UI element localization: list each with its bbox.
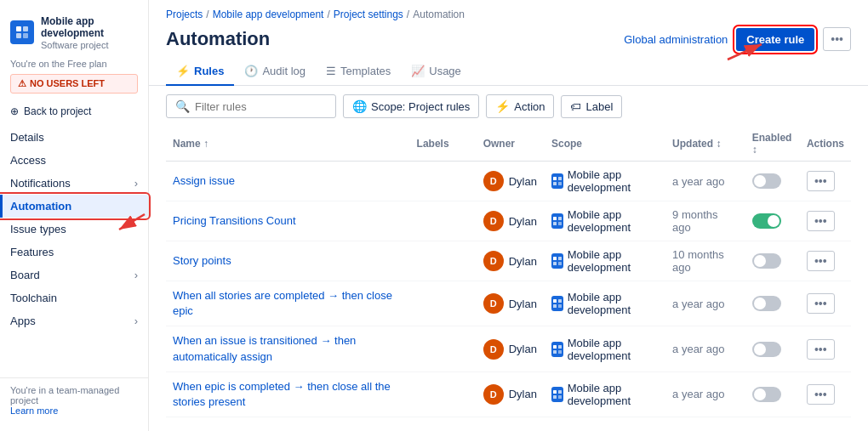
rule-scope: Mobile app development bbox=[545, 162, 665, 201]
avatar: D bbox=[483, 211, 504, 231]
svg-rect-17 bbox=[558, 299, 562, 303]
rule-link[interactable]: When epic is completed → then close all … bbox=[173, 380, 391, 408]
rule-labels bbox=[410, 201, 477, 241]
svg-rect-12 bbox=[553, 257, 557, 260]
rule-labels bbox=[410, 281, 477, 326]
rule-link[interactable]: Pricing Transitions Count bbox=[173, 214, 296, 227]
sidebar-item-automation[interactable]: Automation bbox=[0, 195, 148, 218]
rule-updated: 10 months ago bbox=[665, 241, 745, 281]
rule-owner: D Dylan bbox=[477, 241, 545, 281]
avatar: D bbox=[483, 339, 504, 360]
rule-actions: ••• bbox=[800, 371, 851, 417]
back-to-project[interactable]: ⊕ Back to project bbox=[0, 100, 148, 122]
tab-usage[interactable]: 📈 Usage bbox=[401, 58, 471, 86]
breadcrumb-project[interactable]: Mobile app development bbox=[213, 9, 324, 20]
rule-scope: Mobile app development bbox=[545, 201, 665, 241]
action-button[interactable]: ⚡ Action bbox=[486, 94, 554, 118]
app-icon bbox=[10, 20, 34, 44]
table-row: Story points D Dylan Mobile app developm… bbox=[166, 241, 851, 281]
svg-rect-22 bbox=[553, 350, 557, 354]
row-more-button[interactable]: ••• bbox=[807, 251, 835, 271]
tab-audit-log[interactable]: 🕐 Audit log bbox=[234, 58, 316, 86]
svg-rect-13 bbox=[558, 257, 562, 260]
tab-rules[interactable]: ⚡ Rules bbox=[166, 58, 234, 86]
sidebar-item-label: Notifications bbox=[10, 177, 71, 190]
rule-scope: Mobile app development bbox=[545, 371, 665, 417]
sidebar-item-toolchain[interactable]: Toolchain bbox=[0, 286, 148, 309]
rule-labels bbox=[410, 371, 477, 417]
enable-toggle[interactable] bbox=[752, 296, 781, 311]
rule-labels bbox=[410, 326, 477, 371]
filter-input-wrap[interactable]: 🔍 bbox=[166, 94, 336, 118]
rule-actions: ••• bbox=[800, 281, 851, 326]
col-header-name[interactable]: Name ↑ bbox=[166, 127, 410, 162]
row-more-button[interactable]: ••• bbox=[807, 339, 835, 360]
svg-rect-14 bbox=[553, 262, 557, 265]
rule-updated: a year ago bbox=[665, 281, 745, 326]
learn-more-link[interactable]: Learn more bbox=[10, 405, 58, 416]
page-header: Automation Global administration Create … bbox=[149, 24, 868, 58]
breadcrumb-projects[interactable]: Projects bbox=[166, 9, 203, 20]
rule-enabled bbox=[745, 281, 800, 326]
row-more-button[interactable]: ••• bbox=[807, 171, 835, 191]
col-header-updated[interactable]: Updated ↕ bbox=[665, 127, 745, 162]
enable-toggle[interactable] bbox=[752, 387, 781, 402]
rule-enabled bbox=[745, 162, 800, 201]
sidebar-item-apps[interactable]: Apps › bbox=[0, 309, 148, 332]
expand-icon: › bbox=[134, 269, 138, 281]
sidebar-footer: You're in a team-managed project Learn m… bbox=[0, 377, 148, 422]
project-icon bbox=[551, 253, 563, 269]
enable-toggle[interactable] bbox=[752, 213, 781, 229]
table-row: Assign issue D Dylan Mobile app developm… bbox=[166, 162, 851, 201]
rule-actions: ••• bbox=[800, 201, 851, 241]
filter-rules-input[interactable] bbox=[195, 100, 327, 113]
svg-rect-21 bbox=[558, 345, 562, 349]
search-icon: 🔍 bbox=[175, 99, 190, 113]
audit-log-icon: 🕐 bbox=[244, 65, 258, 77]
more-options-button[interactable]: ••• bbox=[823, 27, 851, 51]
row-more-button[interactable]: ••• bbox=[807, 211, 835, 231]
sidebar-item-board[interactable]: Board › bbox=[0, 264, 148, 286]
no-users-badge[interactable]: ⚠ NO USERS LEFT bbox=[10, 74, 138, 94]
create-rule-button[interactable]: Create rule bbox=[736, 28, 814, 51]
avatar: D bbox=[483, 384, 504, 405]
sidebar-item-access[interactable]: Access bbox=[0, 149, 148, 172]
rule-link[interactable]: When all stories are completed → then cl… bbox=[173, 289, 392, 317]
label-button[interactable]: 🏷 Label bbox=[561, 95, 622, 118]
rule-enabled bbox=[745, 201, 800, 241]
rule-enabled bbox=[745, 371, 800, 417]
svg-rect-4 bbox=[553, 177, 557, 180]
project-icon bbox=[551, 342, 563, 357]
sidebar-header: Mobile app development Software project bbox=[0, 9, 148, 57]
breadcrumb-settings[interactable]: Project settings bbox=[334, 9, 403, 20]
sidebar-item-notifications[interactable]: Notifications › bbox=[0, 172, 148, 195]
svg-rect-3 bbox=[23, 33, 28, 38]
row-more-button[interactable]: ••• bbox=[807, 293, 835, 314]
svg-rect-7 bbox=[558, 182, 562, 185]
rule-actions: ••• bbox=[800, 326, 851, 371]
rule-link[interactable]: Story points bbox=[173, 254, 231, 267]
enable-toggle[interactable] bbox=[752, 253, 781, 269]
svg-rect-6 bbox=[553, 182, 557, 185]
globe-icon: 🌐 bbox=[352, 99, 367, 113]
rule-updated: a year ago bbox=[665, 162, 745, 201]
rule-scope: Mobile app development bbox=[545, 326, 665, 371]
scope-button[interactable]: 🌐 Scope: Project rules bbox=[343, 94, 479, 118]
enable-toggle[interactable] bbox=[752, 173, 781, 189]
global-administration-link[interactable]: Global administration bbox=[624, 33, 728, 46]
templates-icon: ☰ bbox=[326, 65, 336, 77]
breadcrumb-current: Automation bbox=[413, 9, 465, 20]
sidebar-item-issue-types[interactable]: Issue types bbox=[0, 218, 148, 241]
enable-toggle[interactable] bbox=[752, 342, 781, 357]
table-row: When an issue is transitioned → then aut… bbox=[166, 326, 851, 371]
col-header-enabled: Enabled ↕ bbox=[745, 127, 800, 162]
rule-link[interactable]: Assign issue bbox=[173, 174, 235, 187]
row-more-button[interactable]: ••• bbox=[807, 384, 835, 405]
tab-templates[interactable]: ☰ Templates bbox=[316, 58, 401, 86]
header-actions: Global administration Create rule ••• bbox=[624, 27, 851, 51]
sidebar-item-features[interactable]: Features bbox=[0, 241, 148, 264]
app-subtitle: Software project bbox=[41, 40, 138, 50]
sidebar-item-details[interactable]: Details bbox=[0, 126, 148, 149]
rule-link[interactable]: When an issue is transitioned → then aut… bbox=[173, 334, 356, 362]
svg-rect-16 bbox=[553, 299, 557, 303]
